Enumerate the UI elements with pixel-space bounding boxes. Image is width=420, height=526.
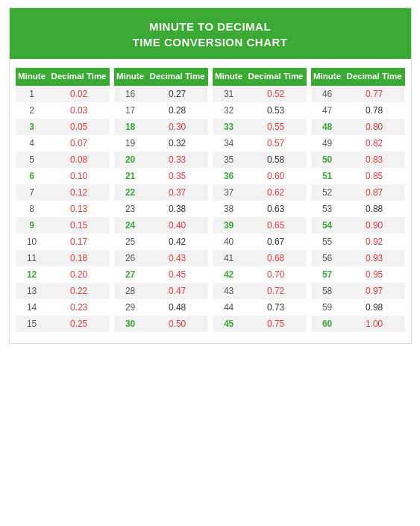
table-row: 90.15 — [16, 217, 110, 234]
table-row: 220.37 — [114, 184, 208, 201]
table-row: 560.93 — [311, 250, 405, 266]
decimal-cell: 0.67 — [245, 234, 307, 250]
minute-cell: 49 — [311, 135, 344, 151]
table-row: 460.77 — [311, 86, 405, 102]
decimal-cell: 0.07 — [48, 135, 110, 151]
decimal-cell: 0.62 — [245, 184, 307, 201]
col-header-decimal: Decimal Time — [147, 68, 208, 86]
table-row: 10.02 — [16, 86, 110, 102]
table-row: 40.07 — [16, 135, 110, 151]
decimal-cell: 0.73 — [245, 299, 307, 316]
decimal-cell: 0.20 — [48, 266, 110, 283]
minute-cell: 6 — [16, 168, 48, 184]
decimal-cell: 1.00 — [344, 316, 405, 332]
minute-cell: 3 — [16, 119, 48, 135]
minute-cell: 10 — [16, 234, 48, 250]
minute-cell: 28 — [114, 283, 147, 299]
minute-cell: 37 — [213, 184, 245, 201]
minute-cell: 44 — [213, 299, 245, 316]
minute-cell: 1 — [16, 86, 48, 102]
table-row: 200.33 — [114, 151, 208, 168]
decimal-cell: 0.03 — [48, 102, 110, 119]
minute-cell: 54 — [311, 217, 344, 234]
minute-cell: 32 — [213, 102, 245, 119]
table-row: 350.58 — [213, 151, 307, 168]
decimal-cell: 0.78 — [344, 102, 405, 119]
table-row: 450.75 — [213, 316, 307, 332]
table-row: 400.67 — [213, 234, 307, 250]
minute-cell: 46 — [311, 86, 344, 102]
minute-cell: 31 — [213, 86, 245, 102]
table-row: 130.22 — [16, 283, 110, 299]
decimal-cell: 0.05 — [48, 119, 110, 135]
table-row: 190.32 — [114, 135, 208, 151]
minute-cell: 36 — [213, 168, 245, 184]
minute-cell: 30 — [114, 316, 147, 332]
decimal-cell: 0.72 — [245, 283, 307, 299]
col-header-decimal: Decimal Time — [344, 68, 405, 86]
table-row: 410.68 — [213, 250, 307, 266]
decimal-cell: 0.87 — [344, 184, 405, 201]
decimal-cell: 0.28 — [147, 102, 208, 119]
table-row: 540.90 — [311, 217, 405, 234]
decimal-cell: 0.13 — [48, 201, 110, 217]
minute-cell: 51 — [311, 168, 344, 184]
decimal-cell: 0.93 — [344, 250, 405, 266]
decimal-cell: 0.83 — [344, 151, 405, 168]
minute-cell: 24 — [114, 217, 147, 234]
minute-cell: 43 — [213, 283, 245, 299]
decimal-cell: 0.53 — [245, 102, 307, 119]
minute-cell: 26 — [114, 250, 147, 266]
decimal-cell: 0.37 — [147, 184, 208, 201]
col-header-minute: Minute — [114, 68, 147, 86]
table-row: 590.98 — [311, 299, 405, 316]
header-line2: TIME CONVERSION CHART — [17, 34, 404, 50]
minute-cell: 41 — [213, 250, 245, 266]
table-row: 370.62 — [213, 184, 307, 201]
table-row: 380.63 — [213, 201, 307, 217]
decimal-cell: 0.27 — [147, 86, 208, 102]
table-block-3: MinuteDecimal Time310.52320.53330.55340.… — [213, 68, 307, 332]
minute-cell: 27 — [114, 266, 147, 283]
minute-cell: 12 — [16, 266, 48, 283]
minute-cell: 45 — [213, 316, 245, 332]
minute-cell: 29 — [114, 299, 147, 316]
table-row: 520.87 — [311, 184, 405, 201]
decimal-cell: 0.63 — [245, 201, 307, 217]
col-header-minute: Minute — [311, 68, 344, 86]
table-row: 210.35 — [114, 168, 208, 184]
table-row: 150.25 — [16, 316, 110, 332]
table-row: 490.82 — [311, 135, 405, 151]
table-row: 70.12 — [16, 184, 110, 201]
table-row: 50.08 — [16, 151, 110, 168]
tables-container: MinuteDecimal Time10.0220.0330.0540.0750… — [10, 59, 411, 332]
minute-cell: 57 — [311, 266, 344, 283]
decimal-cell: 0.43 — [147, 250, 208, 266]
table-row: 290.48 — [114, 299, 208, 316]
table-row: 250.42 — [114, 234, 208, 250]
table-row: 240.40 — [114, 217, 208, 234]
table-row: 60.10 — [16, 168, 110, 184]
decimal-cell: 0.90 — [344, 217, 405, 234]
decimal-cell: 0.10 — [48, 168, 110, 184]
minute-cell: 5 — [16, 151, 48, 168]
decimal-cell: 0.35 — [147, 168, 208, 184]
decimal-cell: 0.40 — [147, 217, 208, 234]
table-row: 230.38 — [114, 201, 208, 217]
page-header: MINUTE TO DECIMAL TIME CONVERSION CHART — [10, 8, 411, 59]
table-row: 570.95 — [311, 266, 405, 283]
table-row: 470.78 — [311, 102, 405, 119]
table-row: 510.85 — [311, 168, 405, 184]
decimal-cell: 0.50 — [147, 316, 208, 332]
decimal-cell: 0.45 — [147, 266, 208, 283]
minute-cell: 21 — [114, 168, 147, 184]
table-row: 170.28 — [114, 102, 208, 119]
minute-cell: 38 — [213, 201, 245, 217]
minute-cell: 23 — [114, 201, 147, 217]
minute-cell: 11 — [16, 250, 48, 266]
minute-cell: 9 — [16, 217, 48, 234]
decimal-cell: 0.12 — [48, 184, 110, 201]
decimal-cell: 0.92 — [344, 234, 405, 250]
page-wrapper: MINUTE TO DECIMAL TIME CONVERSION CHART … — [9, 7, 412, 344]
minute-cell: 4 — [16, 135, 48, 151]
